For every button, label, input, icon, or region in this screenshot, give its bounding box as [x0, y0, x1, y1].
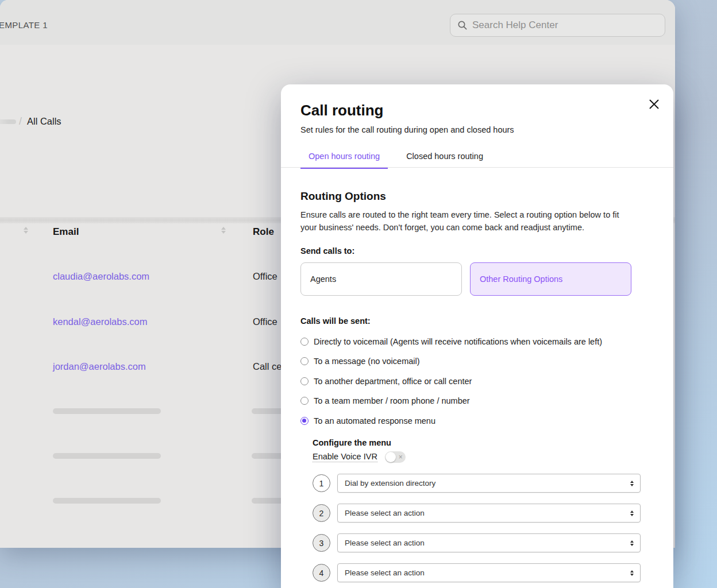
- tab-open-hours-routing[interactable]: Open hours routing: [300, 150, 388, 169]
- radio-icon: [300, 397, 309, 405]
- skeleton-email-bar: [53, 408, 161, 414]
- sort-icon[interactable]: [221, 227, 226, 234]
- step-number-badge: 3: [313, 534, 330, 552]
- radio-icon: [300, 357, 309, 365]
- voice-ivr-toggle[interactable]: ×: [385, 451, 406, 463]
- routing-options-heading: Routing Options: [300, 190, 386, 203]
- skeleton-email-bar: [53, 453, 161, 459]
- enable-voice-ivr-row: Enable Voice IVR ×: [313, 451, 406, 463]
- radio-automated-response-menu[interactable]: To an automated response menu: [300, 415, 602, 427]
- action-select-1[interactable]: Dial by extension directory: [337, 474, 641, 493]
- email-link[interactable]: kendal@aerolabs.com: [53, 316, 147, 327]
- routing-options-description: Ensure calls are routed to the right tea…: [300, 208, 633, 234]
- action-select-2[interactable]: Please select an action: [337, 504, 641, 523]
- menu-action-row-4: 4 Please select an action: [313, 563, 641, 582]
- step-number-badge: 4: [313, 564, 330, 582]
- radio-another-department[interactable]: To another department, office or call ce…: [300, 375, 602, 387]
- action-select-value: Please select an action: [345, 539, 425, 547]
- role-cell: Office: [253, 316, 277, 327]
- role-cell: Office: [253, 271, 277, 282]
- breadcrumb-separator: /: [19, 115, 22, 127]
- toggle-off-mark: ×: [399, 454, 403, 461]
- chevron-up-down-icon: [630, 481, 634, 486]
- sort-icon[interactable]: [24, 227, 28, 234]
- chevron-up-down-icon: [630, 540, 634, 546]
- action-select-3[interactable]: Please select an action: [337, 533, 641, 552]
- action-select-value: Please select an action: [345, 509, 425, 517]
- action-select-4[interactable]: Please select an action: [337, 563, 641, 582]
- send-calls-label: Send calls to:: [300, 246, 354, 256]
- calls-will-be-sent-label: Calls will be sent:: [300, 316, 371, 326]
- menu-action-row-2: 2 Please select an action: [313, 504, 641, 523]
- action-select-value: Please select an action: [345, 568, 425, 577]
- menu-action-row-1: 1 Dial by extension directory: [313, 474, 641, 493]
- enable-voice-ivr-label: Enable Voice IVR: [313, 452, 377, 462]
- step-number-badge: 1: [313, 474, 330, 492]
- chevron-up-down-icon: [630, 570, 634, 576]
- call-routing-modal: Call routing Set rules for the call rout…: [281, 84, 673, 588]
- option-card-other-routing-options[interactable]: Other Routing Options: [470, 262, 631, 296]
- radio-team-member[interactable]: To a team member / room phone / number: [300, 395, 602, 407]
- desktop-background: EMPLATE 1 / All Calls Email Role claudia…: [0, 0, 717, 588]
- help-search[interactable]: [450, 14, 665, 37]
- template-label: EMPLATE 1: [0, 20, 48, 30]
- skeleton-email-bar: [53, 498, 161, 504]
- search-icon: [457, 20, 468, 30]
- modal-title: Call routing: [300, 102, 383, 119]
- chevron-up-down-icon: [630, 510, 634, 516]
- tabs-divider: [281, 167, 673, 168]
- option-card-agents[interactable]: Agents: [300, 262, 462, 296]
- radio-directly-to-voicemail[interactable]: Directly to voicemail (Agents will recei…: [300, 335, 602, 347]
- email-link[interactable]: claudia@aerolabs.com: [53, 271, 149, 282]
- app-header: EMPLATE 1: [0, 0, 675, 45]
- routing-radio-group: Directly to voicemail (Agents will recei…: [300, 335, 602, 427]
- radio-icon: [300, 338, 309, 346]
- configure-menu-heading: Configure the menu: [313, 438, 391, 447]
- modal-subtitle: Set rules for the call routing during op…: [300, 125, 514, 134]
- close-icon[interactable]: [646, 96, 661, 111]
- modal-tabs: Open hours routing Closed hours routing: [300, 150, 491, 169]
- tab-closed-hours-routing[interactable]: Closed hours routing: [398, 150, 491, 169]
- radio-to-a-message[interactable]: To a message (no voicemail): [300, 355, 602, 368]
- radio-icon: [300, 377, 309, 385]
- menu-action-row-3: 3 Please select an action: [313, 533, 641, 552]
- radio-icon-checked: [300, 417, 309, 425]
- column-header-role[interactable]: Role: [253, 226, 274, 238]
- breadcrumb[interactable]: All Calls: [27, 116, 61, 127]
- toggle-knob: [386, 452, 396, 462]
- breadcrumb-skeleton: [0, 119, 16, 124]
- role-cell: Call ce: [253, 361, 282, 372]
- email-link[interactable]: jordan@aerolabs.com: [53, 361, 146, 372]
- step-number-badge: 2: [313, 504, 330, 522]
- option-card-label: Agents: [310, 274, 336, 284]
- column-header-email[interactable]: Email: [53, 226, 79, 238]
- option-card-label: Other Routing Options: [480, 274, 562, 284]
- action-select-value: Dial by extension directory: [345, 479, 435, 488]
- search-input[interactable]: [472, 20, 658, 31]
